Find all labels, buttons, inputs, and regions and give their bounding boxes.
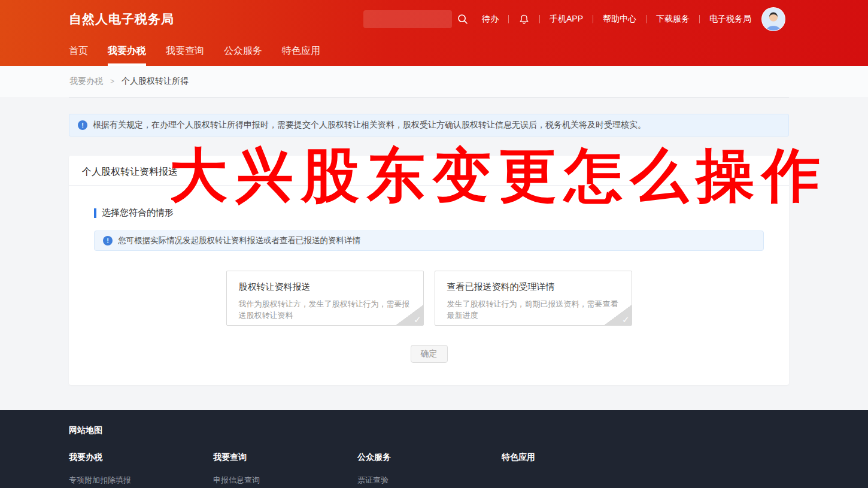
hint-banner: 您可根据实际情况发起股权转让资料报送或者查看已报送的资料详情 — [94, 231, 764, 251]
option-card-submit-materials[interactable]: 股权转让资料报送 我作为股权转让方，发生了股权转让行为，需要报送股权转让资料 ✓ — [226, 271, 424, 326]
chevron-right-icon: > — [110, 77, 114, 86]
download-service-link[interactable]: 下载服务 — [656, 14, 690, 25]
footer-column-featured: 特色应用 — [502, 452, 646, 486]
footer-column-public: 公众服务 票证查验 — [357, 452, 502, 486]
breadcrumb-current: 个人股权转让所得 — [122, 76, 189, 87]
footer-link[interactable]: 申报信息查询 — [213, 475, 357, 486]
divider — [539, 15, 540, 23]
breadcrumb: 我要办税 > 个人股权转让所得 — [0, 66, 868, 97]
corner-check-icon: ✓ — [604, 305, 632, 325]
section-title-label: 选择您符合的情形 — [102, 207, 174, 219]
option-card-title: 股权转让资料报送 — [239, 281, 411, 293]
nav-item-tax[interactable]: 我要办税 — [108, 38, 146, 66]
button-row: 确定 — [94, 345, 764, 363]
panel-title: 个人股权转让资料报送 — [69, 156, 789, 185]
mobile-app-link[interactable]: 手机APP — [550, 14, 583, 25]
corner-check-icon: ✓ — [396, 305, 423, 325]
option-card-view-progress[interactable]: 查看已报送资料的受理详情 发生了股权转让行为，前期已报送资料，需要查看最新进度 … — [435, 271, 632, 326]
option-card-title: 查看已报送资料的受理详情 — [447, 281, 620, 293]
app-root: 自然人电子税务局 待办 手机APP — [0, 0, 868, 385]
main-nav: 首页 我要办税 我要查询 公众服务 特色应用 — [0, 38, 868, 66]
content-area: 根据有关规定，在办理个人股权转让所得申报时，需要提交个人股权转让相关资料，股权受… — [69, 114, 789, 385]
header-top-bar: 自然人电子税务局 待办 手机APP — [0, 0, 868, 38]
sitemap-label: 网站地图 — [69, 425, 868, 436]
panel-body: 选择您符合的情形 您可根据实际情况发起股权转让资料报送或者查看已报送的资料详情 … — [69, 186, 789, 363]
nav-item-featured-apps[interactable]: 特色应用 — [282, 38, 320, 66]
nav-item-home[interactable]: 首页 — [69, 38, 88, 66]
notice-banner: 根据有关规定，在办理个人股权转让所得申报时，需要提交个人股权转让相关资料，股权受… — [69, 114, 789, 137]
confirm-button[interactable]: 确定 — [411, 345, 448, 363]
section-title: 选择您符合的情形 — [94, 207, 764, 219]
header-right-group: 待办 手机APP 帮助中心 下载服务 电子税务局 — [363, 0, 785, 38]
footer: 网站地图 我要办税 专项附加扣除填报 我要查询 申报信息查询 公众服务 票证查验… — [0, 410, 868, 488]
info-icon — [78, 120, 87, 130]
breadcrumb-divider — [69, 97, 789, 98]
footer-column-title: 我要办税 — [69, 452, 213, 463]
footer-column-tax: 我要办税 专项附加扣除填报 — [69, 452, 213, 486]
bell-icon[interactable] — [518, 14, 530, 25]
option-card-desc: 我作为股权转让方，发生了股权转让行为，需要报送股权转让资料 — [239, 298, 411, 321]
main-panel: 个人股权转让资料报送 选择您符合的情形 您可根据实际情况发起股权转让资料报送或者… — [69, 156, 789, 385]
etax-bureau-link[interactable]: 电子税务局 — [709, 14, 751, 25]
breadcrumb-parent[interactable]: 我要办税 — [69, 76, 103, 87]
app-logo[interactable]: 自然人电子税务局 — [69, 11, 174, 28]
footer-columns: 我要办税 专项附加扣除填报 我要查询 申报信息查询 公众服务 票证查验 特色应用 — [69, 452, 868, 486]
help-center-link[interactable]: 帮助中心 — [603, 14, 636, 25]
divider — [593, 15, 593, 23]
section-accent-bar — [94, 208, 96, 218]
search-input[interactable] — [363, 10, 452, 28]
divider — [508, 15, 509, 23]
footer-link[interactable]: 专项附加扣除填报 — [69, 475, 213, 486]
option-card-desc: 发生了股权转让行为，前期已报送资料，需要查看最新进度 — [447, 298, 620, 321]
nav-item-query[interactable]: 我要查询 — [166, 38, 204, 66]
footer-column-query: 我要查询 申报信息查询 — [213, 452, 357, 486]
divider — [646, 15, 647, 23]
footer-column-title: 特色应用 — [502, 452, 646, 463]
nav-item-public-service[interactable]: 公众服务 — [224, 38, 262, 66]
info-icon — [103, 236, 113, 245]
avatar[interactable] — [761, 7, 785, 31]
option-cards: 股权转让资料报送 我作为股权转让方，发生了股权转让行为，需要报送股权转让资料 ✓… — [94, 271, 764, 326]
footer-column-title: 公众服务 — [357, 452, 502, 463]
divider — [699, 15, 700, 23]
footer-link[interactable]: 票证查验 — [357, 475, 502, 486]
footer-column-title: 我要查询 — [213, 452, 357, 463]
notice-text: 根据有关规定，在办理个人股权转让所得申报时，需要提交个人股权转让相关资料，股权受… — [93, 120, 646, 131]
search-icon[interactable] — [457, 13, 469, 25]
header: 自然人电子税务局 待办 手机APP — [0, 0, 868, 66]
todo-link[interactable]: 待办 — [482, 14, 499, 25]
hint-text: 您可根据实际情况发起股权转让资料报送或者查看已报送的资料详情 — [118, 235, 360, 246]
